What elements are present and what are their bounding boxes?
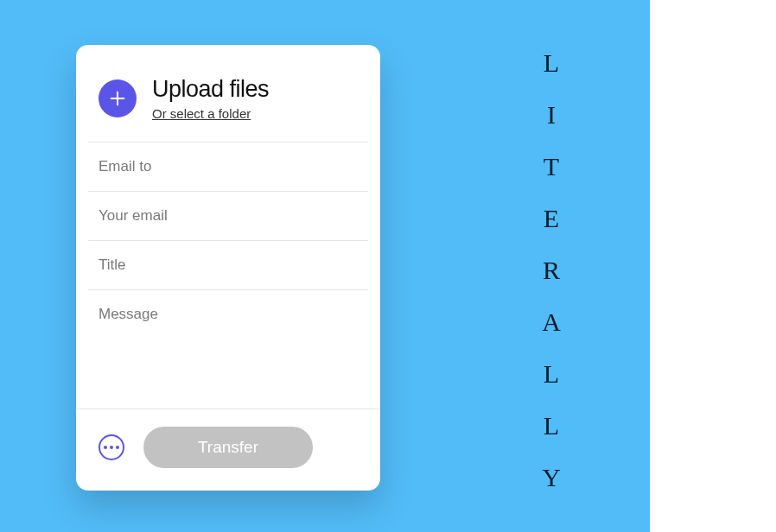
your-email-field	[88, 192, 368, 241]
plus-icon	[108, 89, 127, 108]
vertical-letter: L	[534, 48, 569, 78]
transfer-card: Upload files Or select a folder	[76, 45, 380, 491]
more-icon	[110, 446, 113, 449]
vertical-word: L I T E R A L L Y	[534, 48, 569, 492]
form-fields	[76, 142, 380, 378]
add-files-button[interactable]	[99, 79, 137, 117]
card-footer: Transfer	[76, 408, 380, 491]
title-field	[88, 241, 368, 290]
vertical-letter: L	[534, 411, 569, 440]
viewport: Upload files Or select a folder	[0, 0, 776, 532]
vertical-letter: E	[534, 204, 569, 233]
transfer-button[interactable]: Transfer	[143, 427, 313, 468]
email-to-field	[88, 142, 368, 192]
email-to-input[interactable]	[99, 158, 358, 175]
title-input[interactable]	[99, 256, 358, 274]
vertical-letter: I	[534, 100, 569, 130]
vertical-letter: Y	[534, 463, 569, 492]
more-options-button[interactable]	[99, 434, 124, 460]
vertical-letter: T	[534, 152, 569, 181]
vertical-letter: R	[534, 256, 569, 285]
your-email-input[interactable]	[99, 207, 358, 225]
more-icon	[116, 446, 119, 449]
vertical-letter: L	[534, 359, 569, 389]
message-field	[88, 290, 368, 378]
upload-title: Upload files	[152, 76, 269, 103]
upload-titles: Upload files Or select a folder	[152, 76, 269, 121]
card-header: Upload files Or select a folder	[76, 45, 380, 142]
message-input[interactable]	[99, 306, 358, 340]
vertical-letter: A	[534, 307, 569, 337]
more-icon	[104, 446, 107, 449]
select-folder-link[interactable]: Or select a folder	[152, 106, 269, 121]
